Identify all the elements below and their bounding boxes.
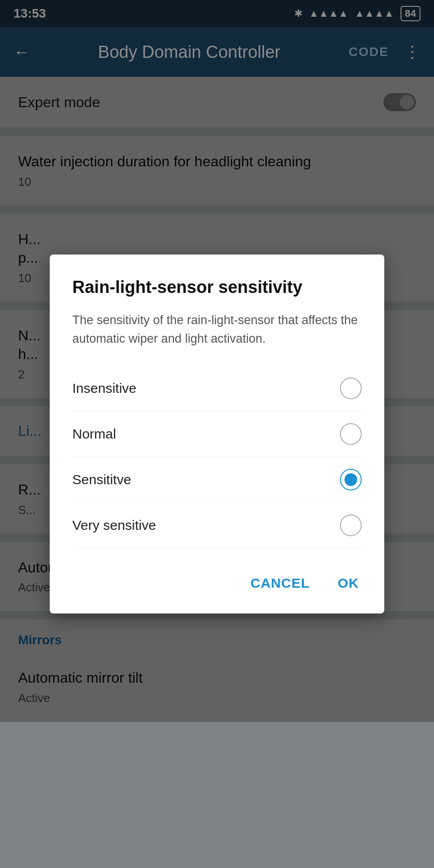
option-insensitive-label: Insensitive bbox=[72, 381, 137, 396]
option-sensitive-radio[interactable] bbox=[340, 469, 362, 491]
option-very-sensitive-label: Very sensitive bbox=[72, 518, 156, 533]
option-sensitive[interactable]: Sensititve bbox=[72, 457, 362, 503]
option-insensitive[interactable]: Insensitive bbox=[72, 366, 362, 411]
rain-sensor-dialog: Rain-light-sensor sensitivity The sensit… bbox=[50, 255, 384, 614]
cancel-button[interactable]: CANCEL bbox=[248, 571, 312, 595]
dialog-buttons: CANCEL OK bbox=[72, 566, 362, 595]
option-normal-radio[interactable] bbox=[340, 423, 362, 445]
option-insensitive-radio[interactable] bbox=[340, 377, 362, 399]
dialog-overlay: Rain-light-sensor sensitivity The sensit… bbox=[0, 0, 434, 868]
ok-button[interactable]: OK bbox=[335, 571, 362, 595]
dialog-description: The sensitivity of the rain-light-sensor… bbox=[72, 311, 362, 348]
option-very-sensitive[interactable]: Very sensitive bbox=[72, 503, 362, 548]
option-sensitive-label: Sensititve bbox=[72, 472, 131, 487]
option-very-sensitive-radio[interactable] bbox=[340, 514, 362, 536]
dialog-title: Rain-light-sensor sensitivity bbox=[72, 277, 362, 298]
option-normal[interactable]: Normal bbox=[72, 411, 362, 457]
option-normal-label: Normal bbox=[72, 426, 116, 442]
